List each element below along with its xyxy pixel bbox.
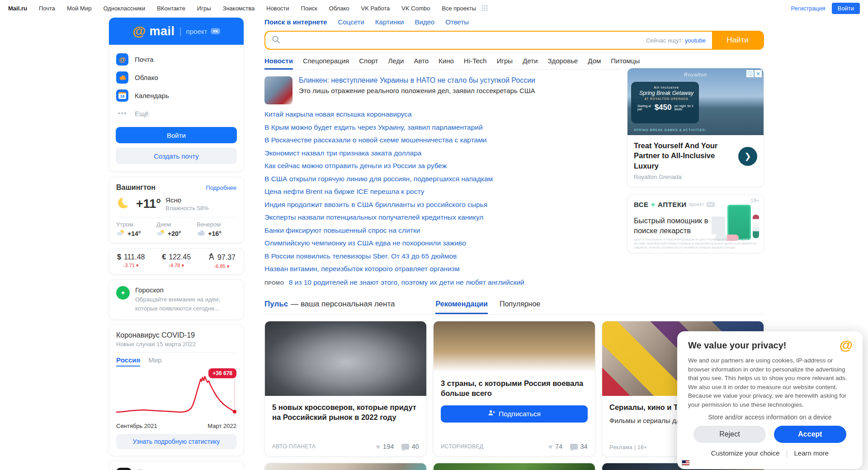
news-item[interactable]: Эксперты назвали потенциальных получател…: [264, 211, 621, 224]
pulse-card[interactable]: [433, 463, 595, 470]
card-source[interactable]: ИСТОРИКОВЕД: [441, 443, 483, 450]
cookie-learn-more-link[interactable]: Learn more: [794, 449, 829, 457]
news-tab-avto[interactable]: Авто: [414, 57, 429, 65]
lead-news-title[interactable]: Блинкен: невступление Украины в НАТО не …: [299, 76, 535, 84]
topnav-item-vk-combo[interactable]: VK Combo: [401, 5, 430, 12]
topnav-item-mail[interactable]: Почта: [39, 5, 55, 12]
search-tab-images[interactable]: Картинки: [375, 18, 404, 26]
topbar-login-button[interactable]: Войти: [832, 3, 860, 14]
topnav-item-news[interactable]: Новости: [266, 5, 289, 12]
language-flag-icon[interactable]: [682, 460, 689, 465]
news-item[interactable]: Назван витамин, переизбыток которого отр…: [264, 263, 621, 276]
news-tab-ledi[interactable]: Леди: [388, 57, 404, 65]
topnav-brand[interactable]: Mail.ru: [8, 5, 27, 12]
comments-count: 40: [412, 443, 419, 450]
card-title[interactable]: 5 новых кроссоверов, которые придут на Р…: [272, 402, 419, 423]
cookie-customize-link[interactable]: Customize your choice: [711, 449, 780, 457]
news-item[interactable]: Индия продолжит ввозить в США бриллианты…: [264, 198, 621, 212]
search-tab-social[interactable]: Соцсети: [338, 18, 364, 26]
topnav-item-cloud[interactable]: Облако: [329, 5, 349, 12]
eur-rate[interactable]: € 122.45 -4.78 ▾: [162, 253, 191, 269]
vk-logo-icon: VK: [211, 28, 220, 34]
news-item[interactable]: Банки фиксируют повышенный спрос на слит…: [264, 224, 621, 237]
search-button[interactable]: Найти: [712, 32, 763, 49]
news-tab-specoperaciya[interactable]: Спецоперация: [303, 57, 349, 65]
topnav-item-moi-mir[interactable]: Мой Мир: [67, 5, 91, 12]
topnav-item-vkontakte[interactable]: ВКонтакте: [157, 5, 185, 12]
news-item[interactable]: В Роскачестве рассказали о новой схеме м…: [264, 134, 621, 147]
topnav-item-all-projects[interactable]: Все проекты: [442, 5, 476, 12]
sidebar-login-button[interactable]: Войти: [116, 127, 237, 143]
covid-stats-button[interactable]: Узнать подробную статистику: [116, 434, 236, 449]
topnav-item-search[interactable]: Поиск: [301, 5, 317, 12]
news-item[interactable]: Как сейчас можно отправить деньги из Рос…: [264, 160, 621, 173]
search-tab-answers[interactable]: Ответы: [445, 18, 469, 26]
ad-info-icon[interactable]: ⓘ: [746, 70, 754, 77]
usd-rate[interactable]: $ 111.48 -3.71 ▾: [117, 253, 145, 269]
news-item[interactable]: Экономист назвал три признака заката дол…: [264, 147, 621, 160]
news-tab-kino[interactable]: Кино: [439, 57, 454, 65]
ad-banner[interactable]: Royalton ⓘ ✕ All-Inclusive Spring Break …: [627, 68, 764, 187]
divider: [116, 217, 236, 217]
covid-title: Коронавирус COVID-19: [116, 331, 236, 339]
sidebar-item-cloud[interactable]: Облако: [116, 68, 236, 86]
news-tab-dom[interactable]: Дом: [588, 57, 601, 65]
promo-news-link[interactable]: 8 из 10 родителей не знают этого, поэтом…: [289, 278, 524, 286]
card-title[interactable]: 3 страны, с которыми Россия воевала боль…: [441, 378, 588, 399]
create-mail-button[interactable]: Создать почту: [116, 148, 237, 164]
news-item[interactable]: Цена нефти Brent на бирже ICE перешла к …: [264, 185, 621, 198]
news-tab-zdorovie[interactable]: Здоровье: [547, 57, 578, 65]
pharmacy-ad[interactable]: 18+ ВСЕ + АПТЕКИ проект VK Быстрый помощ…: [627, 194, 764, 253]
pharmacy-headline: Быстрый помощник в поиске лекарств: [634, 216, 711, 236]
covid-tab-world[interactable]: Мир: [148, 356, 161, 367]
news-item[interactable]: Китай накрыла новая вспышка коронавируса: [264, 108, 621, 121]
ad-close-icon[interactable]: ✕: [755, 70, 762, 77]
games-widget[interactable]: S Игры На любой вкус: [108, 461, 244, 470]
sidebar-item-more[interactable]: ••• Ещё: [116, 104, 236, 122]
search-tab-web[interactable]: Поиск в интернете: [264, 18, 327, 26]
covid-tab-russia[interactable]: Россия: [116, 356, 140, 367]
pulse-title[interactable]: Пульс: [264, 300, 288, 309]
sidebar-item-calendar[interactable]: 16 Календарь: [116, 86, 236, 104]
horoscope-widget[interactable]: ✦ Гороскоп Обращайте внимание на идеи, к…: [108, 279, 244, 320]
pharmacy-disclaimer: Цена установлена аптекой-продавцом на да…: [634, 238, 757, 250]
search-input[interactable]: [285, 36, 642, 44]
pulse-card-history[interactable]: 3 страны, с которыми Россия воевала боль…: [433, 321, 595, 456]
news-item[interactable]: В Крым можно будет ездить через Украину,…: [264, 121, 621, 134]
search-hint-link[interactable]: youtube: [685, 37, 706, 44]
pulse-tab-recommendations[interactable]: Рекомендации: [435, 300, 488, 308]
news-tab-pitomcy[interactable]: Питомцы: [611, 57, 640, 65]
pulse-card[interactable]: [264, 463, 427, 470]
news-item[interactable]: В России появились телевизоры Sber. От 4…: [264, 250, 621, 263]
subscribe-button[interactable]: Подписаться: [441, 405, 588, 423]
mail-logo[interactable]: @ mail | проект VK: [109, 18, 244, 45]
oil-rate[interactable]: 97.37 -6.85 ▾: [208, 253, 236, 269]
sidebar-item-mail[interactable]: @ Почта: [116, 50, 236, 68]
news-tab-hitech[interactable]: Hi-Tech: [464, 57, 487, 65]
cookie-collapsed-item[interactable]: Store and/or access information on a dev…: [688, 414, 852, 419]
lead-news-item[interactable]: Блинкен: невступление Украины в НАТО не …: [264, 76, 621, 104]
topnav-item-games[interactable]: Игры: [197, 5, 211, 12]
pulse-card-crossovers[interactable]: 5 новых кроссоверов, которые придут на Р…: [264, 321, 427, 456]
card-image: [434, 321, 595, 372]
ad-headline[interactable]: Treat Yourself And Your Partner to All-I…: [634, 141, 729, 171]
topnav-item-dating[interactable]: Знакомства: [223, 5, 255, 12]
news-tab-deti[interactable]: Дети: [523, 57, 538, 65]
apps-grid-icon[interactable]: [481, 5, 488, 11]
pulse-tab-popular[interactable]: Популярное: [500, 300, 540, 308]
news-tab-igry[interactable]: Игры: [497, 57, 513, 65]
card-source[interactable]: АВТО-ПЛАНЕТА: [272, 443, 316, 450]
register-link[interactable]: Регистрация: [791, 5, 826, 12]
news-tab-sport[interactable]: Спорт: [359, 57, 378, 65]
news-item[interactable]: В США открыли горячую линию для россиян,…: [264, 173, 621, 186]
ad-arrow-button[interactable]: ❯: [738, 147, 757, 166]
news-item[interactable]: Олимпийскую чемпионку из США едва не пох…: [264, 237, 621, 250]
cookie-reject-button[interactable]: Reject: [693, 426, 766, 443]
news-tab-novosti[interactable]: Новости: [264, 57, 293, 65]
topnav-item-odnoklassniki[interactable]: Одноклассники: [103, 5, 145, 12]
topnav-item-vk-rabota[interactable]: VK Работа: [361, 5, 390, 12]
cookie-accept-button[interactable]: Accept: [774, 426, 846, 443]
weather-details-link[interactable]: Подробнее: [206, 184, 236, 191]
search-tabs: Поиск в интернете Соцсети Картинки Видео…: [264, 18, 764, 26]
search-tab-video[interactable]: Видео: [415, 18, 434, 26]
